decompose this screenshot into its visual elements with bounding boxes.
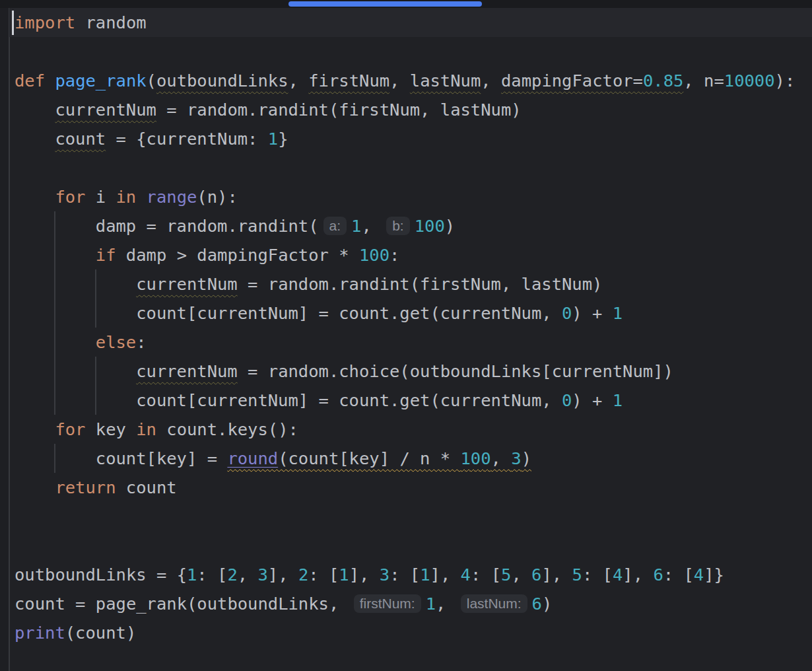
code-line[interactable]: import random xyxy=(9,8,812,37)
code-token: in xyxy=(136,419,156,439)
code-token: outboundLinks xyxy=(156,71,288,90)
code-token: for xyxy=(55,419,85,439)
editor-gutter xyxy=(0,8,9,671)
code-token: 10000 xyxy=(724,71,775,90)
inlay-hint-pill[interactable]: lastNum: xyxy=(461,594,527,613)
code-token: : [ xyxy=(663,565,694,584)
code-token: 100 xyxy=(359,245,389,265)
code-line[interactable]: if damp > dampingFactor * 100: xyxy=(9,240,812,269)
code-line[interactable]: currentNum = random.randint(firstNum, la… xyxy=(9,269,812,299)
code-token: 1 xyxy=(351,216,361,236)
code-token: } xyxy=(278,129,288,149)
code-token xyxy=(45,71,55,90)
code-token: 0 xyxy=(562,303,572,323)
code-token: import xyxy=(15,13,75,32)
code-token: , xyxy=(491,448,512,468)
code-token: 3 xyxy=(380,565,389,584)
code-token: , xyxy=(361,216,382,236)
code-line[interactable]: else: xyxy=(9,328,812,357)
code-token: ], xyxy=(268,565,298,584)
code-token: : xyxy=(389,245,399,265)
code-editor-window: import randomdef page_rank(outboundLinks… xyxy=(0,0,812,671)
code-token: 1 xyxy=(426,594,436,614)
code-token: currentNum xyxy=(136,361,238,381)
inlay-hint-pill[interactable]: a: xyxy=(323,217,347,235)
code-line[interactable]: return count xyxy=(9,473,812,502)
code-line[interactable] xyxy=(9,153,812,182)
code-token: else xyxy=(96,332,136,352)
code-token: 2 xyxy=(227,565,237,584)
code-token: ) xyxy=(542,594,552,614)
code-token: 100 xyxy=(461,448,491,468)
code-token: 5 xyxy=(501,565,511,584)
code-token: in xyxy=(116,187,137,207)
code-token xyxy=(136,187,146,207)
code-token: (count[key] / n * xyxy=(278,448,460,468)
code-token: count xyxy=(116,477,177,497)
code-line[interactable]: for key in count.keys(): xyxy=(9,415,812,444)
code-token: currentNum xyxy=(136,274,238,294)
code-token: range xyxy=(147,187,197,207)
code-token: 3 xyxy=(258,565,268,584)
code-line[interactable]: currentNum = random.randint(firstNum, la… xyxy=(9,95,812,124)
code-token: ): xyxy=(775,71,795,90)
code-token: for xyxy=(55,187,85,207)
code-token: i xyxy=(85,187,116,207)
code-token: ], xyxy=(430,565,461,584)
code-token: , n= xyxy=(683,71,724,90)
code-token: 5 xyxy=(572,565,582,584)
code-token: , xyxy=(436,594,456,614)
code-token: ], xyxy=(349,565,380,584)
code-token: 3 xyxy=(511,448,521,468)
editor-pane: import randomdef page_rank(outboundLinks… xyxy=(0,8,812,671)
code-token: damp = random.randint( xyxy=(96,216,319,236)
code-line[interactable]: damp = random.randint(a:1, b:100) xyxy=(9,211,812,240)
code-token: , xyxy=(288,71,309,90)
code-line[interactable]: def page_rank(outboundLinks, firstNum, l… xyxy=(9,66,812,95)
inlay-hint-pill[interactable]: firstNum: xyxy=(354,594,421,613)
code-token: : [ xyxy=(582,565,613,584)
code-line[interactable]: for i in range(n): xyxy=(9,182,812,211)
code-line[interactable]: count[key] = round(count[key] / n * 100,… xyxy=(9,444,812,473)
code-token: ]} xyxy=(704,565,724,584)
code-token: (n): xyxy=(197,187,237,207)
code-token: damp > dampingFactor * xyxy=(116,245,359,265)
code-line[interactable] xyxy=(9,502,812,531)
code-token: outboundLinks = { xyxy=(15,565,187,584)
code-token: 4 xyxy=(613,565,623,584)
code-token: lastNum xyxy=(410,71,481,90)
code-token: = random.randint(firstNum, lastNum) xyxy=(238,274,603,294)
code-token: key xyxy=(85,419,136,439)
code-token: print xyxy=(15,623,65,643)
code-token: round xyxy=(227,448,278,468)
code-token: ) + xyxy=(572,390,612,410)
code-token: 1 xyxy=(420,565,430,584)
code-line[interactable]: count[currentNum] = count.get(currentNum… xyxy=(9,299,812,328)
code-token: ], xyxy=(541,565,572,584)
code-token: 1 xyxy=(339,565,349,584)
code-token: count = page_rank(outboundLinks, xyxy=(15,594,349,614)
code-token: random xyxy=(75,13,146,32)
code-token: ) xyxy=(522,448,531,468)
code-line[interactable]: print(count) xyxy=(9,618,812,647)
code-line[interactable]: count = page_rank(outboundLinks, firstNu… xyxy=(9,589,812,618)
code-area[interactable]: import randomdef page_rank(outboundLinks… xyxy=(9,8,812,671)
code-line[interactable] xyxy=(9,531,812,560)
code-token: count[key] = xyxy=(96,448,228,468)
code-token: , xyxy=(389,71,410,90)
code-token: ) xyxy=(445,216,455,236)
code-line[interactable]: count[currentNum] = count.get(currentNum… xyxy=(9,386,812,415)
code-token: 100 xyxy=(415,216,445,236)
code-line[interactable] xyxy=(9,37,812,66)
code-token: : [ xyxy=(389,565,420,584)
code-token: count[currentNum] = count.get(currentNum… xyxy=(136,390,562,410)
code-line[interactable]: outboundLinks = {1: [2, 3], 2: [1], 3: [… xyxy=(9,560,812,589)
code-token: = {currentNum: xyxy=(106,129,268,149)
code-token: return xyxy=(55,477,116,497)
code-token: = random.choice(outboundLinks[currentNum… xyxy=(238,361,673,381)
inlay-hint-pill[interactable]: b: xyxy=(386,217,410,235)
code-line[interactable]: count = {currentNum: 1} xyxy=(9,124,812,153)
code-line[interactable]: currentNum = random.choice(outboundLinks… xyxy=(9,357,812,386)
code-token: 2 xyxy=(298,565,308,584)
code-token: firstNum xyxy=(308,71,389,90)
